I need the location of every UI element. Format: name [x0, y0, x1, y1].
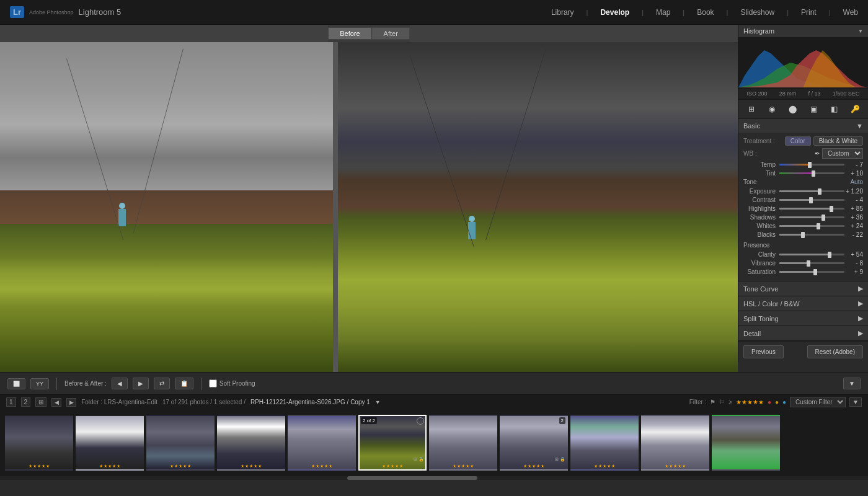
vibrance-slider[interactable]: [779, 262, 844, 264]
filmstrip-thumb-10[interactable]: ★★★★★: [641, 415, 709, 471]
filmstrip-thumb-1[interactable]: ★★★★★: [5, 415, 73, 471]
previous-button[interactable]: Previous: [743, 345, 784, 358]
top-nav: Lr Adobe Photoshop Lightroom 5 Library |…: [0, 0, 868, 25]
whites-label: Whites: [743, 223, 779, 229]
fs-count-label: 17 of 291 photos / 1 selected /: [162, 399, 246, 405]
fs-dropdown-icon[interactable]: ▼: [375, 399, 381, 405]
detail-label: Detail: [743, 330, 761, 337]
filmstrip-thumb-4[interactable]: ★★★★★: [217, 415, 285, 471]
filmstrip-thumb-5[interactable]: ★★★★★: [288, 415, 356, 471]
exif-shutter: 1/500 SEC: [833, 91, 860, 97]
spot-tool[interactable]: ◉: [764, 103, 780, 115]
swap-btn[interactable]: ⇄: [154, 378, 170, 389]
nav-links: Library | Develop | Map | Book | Slidesh…: [551, 8, 858, 17]
split-toning-row[interactable]: Split Toning ▶: [738, 311, 868, 326]
soft-proof-checkbox[interactable]: [209, 379, 217, 388]
compare-view-btn[interactable]: YY: [30, 378, 49, 389]
toolbar-dropdown-btn[interactable]: ▼: [843, 378, 861, 389]
filmstrip-thumb-3[interactable]: ★★★★★: [146, 415, 215, 471]
shadows-slider[interactable]: [779, 216, 844, 218]
nav-print[interactable]: Print: [801, 8, 817, 17]
tint-slider[interactable]: [779, 172, 844, 174]
auto-btn[interactable]: Auto: [850, 179, 863, 185]
wb-dropdown[interactable]: Custom As Shot Auto: [822, 148, 863, 159]
nav-develop[interactable]: Develop: [600, 8, 629, 17]
fs-next-btn[interactable]: ▶: [66, 398, 76, 407]
fs-rating-gte[interactable]: ≥: [728, 399, 732, 405]
key-icon[interactable]: 🔑: [847, 103, 863, 115]
fs-filter-dropdown-btn[interactable]: ▼: [849, 397, 862, 407]
app-name: Lightroom 5: [79, 7, 122, 17]
highlights-slider[interactable]: [779, 208, 844, 210]
shadows-row: Shadows + 36: [743, 214, 863, 221]
exposure-slider[interactable]: [779, 190, 844, 192]
fs-view-btn1[interactable]: 1: [6, 397, 16, 407]
fs-view-btn2[interactable]: 2: [21, 397, 31, 407]
hsl-row[interactable]: HSL / Color / B&W ▶: [738, 296, 868, 311]
temp-slider[interactable]: [779, 164, 844, 166]
whites-slider[interactable]: [779, 225, 844, 227]
tone-curve-row[interactable]: Tone Curve ▶: [738, 281, 868, 296]
fs-prev-btn[interactable]: ◀: [51, 398, 61, 407]
basic-header[interactable]: Basic ▼: [738, 119, 868, 133]
prev-copy-btn[interactable]: ◀: [112, 378, 128, 389]
filmstrip-thumb-6[interactable]: 2 of 2 ★★★★★ ⊞ 🔒: [358, 415, 427, 471]
nav-web[interactable]: Web: [843, 8, 858, 17]
bw-btn[interactable]: Black & White: [813, 136, 863, 146]
crop-tool[interactable]: ⊞: [743, 103, 760, 115]
fs-color2[interactable]: ●: [775, 399, 779, 405]
tone-curve-label: Tone Curve: [743, 285, 778, 293]
fs-color1[interactable]: ●: [768, 399, 771, 405]
svg-line-1: [133, 49, 184, 234]
gradient-tool[interactable]: ◧: [826, 103, 843, 115]
thumb-image-3: [148, 416, 213, 469]
contrast-slider[interactable]: [779, 199, 844, 201]
treatment-label: Treatment :: [743, 138, 775, 144]
thumb-stars-3: ★★★★★: [170, 464, 192, 469]
color-btn[interactable]: Color: [785, 136, 811, 146]
nav-library[interactable]: Library: [551, 8, 574, 17]
brush-tool[interactable]: ▣: [805, 103, 822, 115]
nav-book[interactable]: Book: [697, 8, 714, 17]
blacks-slider[interactable]: [779, 234, 844, 236]
saturation-slider[interactable]: [779, 271, 844, 273]
filmstrip-thumb-9[interactable]: ★★★★★: [570, 415, 639, 471]
filmstrip-thumb-11[interactable]: [712, 415, 780, 471]
clarity-slider[interactable]: [779, 254, 844, 255]
next-copy-btn[interactable]: ▶: [133, 378, 149, 389]
nav-slideshow[interactable]: Slideshow: [740, 8, 774, 17]
histogram-header[interactable]: Histogram ▼: [738, 25, 868, 38]
filmstrip-thumb-8[interactable]: 2 ★★★★★ ⊞ 🔒: [500, 415, 568, 471]
nav-map[interactable]: Map: [656, 8, 670, 17]
filmstrip-thumb-2[interactable]: ★★★★★: [76, 415, 144, 471]
right-panel-wrapper: Histogram ▼ ISO 200 28 mm f / 13 1/500 S…: [738, 25, 868, 372]
histogram-area: ISO 200 28 mm f / 13 1/500 SEC: [738, 38, 868, 100]
toolbar-right: ▼: [843, 378, 861, 389]
blacks-row: Blacks - 22: [743, 231, 863, 238]
redeye-tool[interactable]: ⬤: [785, 103, 801, 115]
tint-value: + 10: [844, 170, 863, 177]
fs-reject-icon[interactable]: ⚐: [719, 399, 725, 405]
logo-area: Lr Adobe Photoshop Lightroom 5: [10, 6, 121, 18]
filmstrip-scroll-thumb[interactable]: [347, 476, 477, 480]
temp-value: - 7: [844, 161, 863, 168]
fs-grid-btn[interactable]: ⊞: [35, 397, 46, 407]
after-tab[interactable]: After: [372, 27, 410, 40]
copy-btn[interactable]: 📋: [175, 378, 193, 389]
filmstrip-thumb-7[interactable]: ★★★★★: [429, 415, 497, 471]
reset-button[interactable]: Reset (Adobe): [807, 345, 863, 358]
fs-custom-filter[interactable]: Custom Filter All Flagged Rated: [790, 397, 846, 407]
before-tab[interactable]: Before: [328, 27, 371, 40]
wb-eyedropper-icon[interactable]: ✒: [815, 150, 820, 157]
fs-filter-stars[interactable]: ★★★★★: [736, 399, 764, 405]
detail-row[interactable]: Detail ▶: [738, 326, 868, 341]
tone-row: Tone Auto: [743, 179, 863, 185]
clarity-value: + 54: [844, 251, 863, 258]
thumb-image-11: [713, 416, 779, 469]
fs-flag-icon[interactable]: ⚑: [710, 399, 715, 405]
wb-controls: ✒ Custom As Shot Auto: [815, 148, 863, 159]
fs-color3[interactable]: ●: [782, 399, 786, 405]
saturation-label: Saturation: [743, 268, 779, 275]
loupe-view-btn[interactable]: ⬜: [7, 378, 25, 389]
filmstrip-scrollbar[interactable]: [0, 476, 868, 480]
